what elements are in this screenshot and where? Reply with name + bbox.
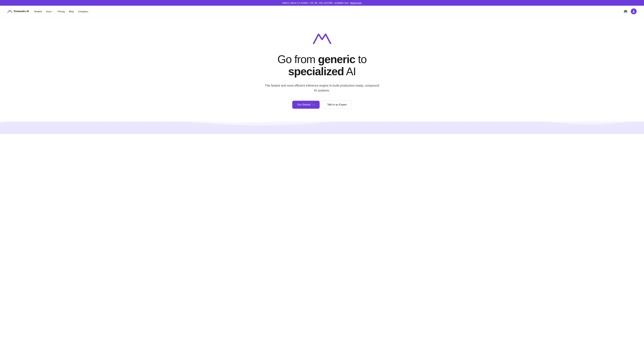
- discord-button[interactable]: [623, 8, 628, 14]
- logo[interactable]: Fireworks AI: [8, 10, 29, 13]
- chevron-down-icon: ›: [88, 10, 89, 12]
- hero-logo: [312, 31, 332, 46]
- logo-icon: [8, 10, 12, 13]
- banner-text: Meta's Llama 3.2 models—1B, 3B, 11B, and…: [282, 1, 349, 4]
- bottom-visual: [0, 122, 644, 134]
- navbar-left: Fireworks AI Models Docs ↗ Pricing Blog …: [8, 10, 89, 13]
- banner-link[interactable]: Read more: [350, 1, 362, 4]
- nav-docs[interactable]: Docs ↗: [46, 10, 53, 13]
- get-started-button[interactable]: Get Started →: [292, 101, 320, 109]
- arrow-right-icon: →: [312, 103, 315, 106]
- hero-title-bold2: specialized: [288, 65, 344, 77]
- nav-models[interactable]: Models: [34, 10, 42, 13]
- external-link-icon: ↗: [52, 10, 53, 12]
- navbar: Fireworks AI Models Docs ↗ Pricing Blog …: [0, 6, 644, 17]
- navbar-right: [623, 8, 636, 14]
- hero-section: Go from generic to specialized AI The fa…: [0, 17, 644, 122]
- hero-logo-icon: [312, 31, 332, 45]
- announcement-banner: Meta's Llama 3.2 models—1B, 3B, 11B, and…: [0, 0, 644, 6]
- hero-subtitle: The fastest and most efficient inference…: [264, 83, 380, 93]
- bottom-wave: [0, 122, 644, 134]
- hero-title-part1: Go from: [277, 53, 318, 65]
- user-button[interactable]: [631, 8, 636, 14]
- nav-blog[interactable]: Blog: [69, 10, 74, 13]
- hero-title-bold1: generic: [318, 53, 355, 65]
- nav-company[interactable]: Company ›: [78, 10, 89, 13]
- hero-title: Go from generic to specialized AI: [253, 53, 391, 77]
- talk-to-expert-button[interactable]: Talk to an Expert: [322, 100, 352, 109]
- hero-title-part3: AI: [344, 65, 356, 77]
- hero-title-part2: to: [355, 53, 367, 65]
- hero-buttons: Get Started → Talk to an Expert: [292, 100, 352, 109]
- nav-pricing[interactable]: Pricing: [58, 10, 65, 13]
- user-icon: [632, 10, 635, 13]
- nav-links: Models Docs ↗ Pricing Blog Company ›: [34, 10, 89, 13]
- discord-icon: [624, 10, 627, 13]
- logo-text: Fireworks AI: [14, 10, 29, 13]
